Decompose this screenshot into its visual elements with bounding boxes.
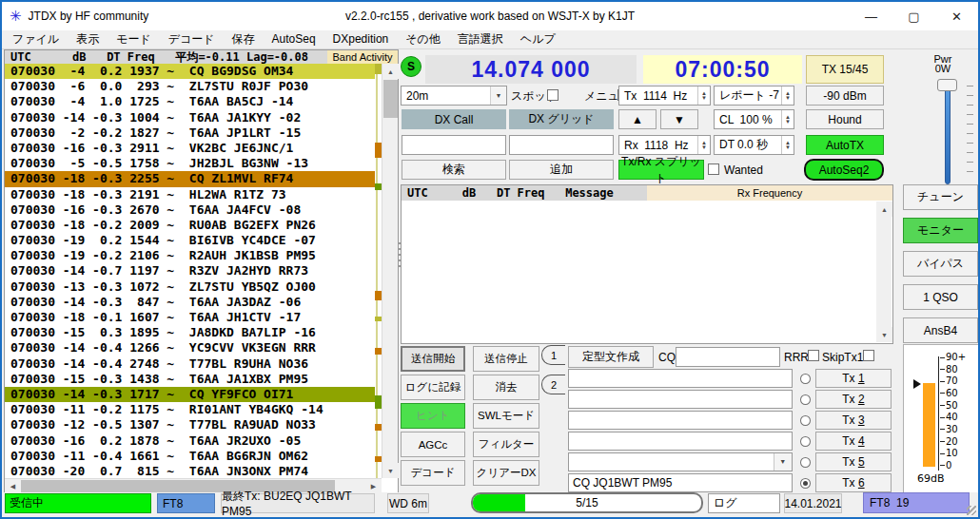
tx-control-button[interactable]: デコード	[401, 460, 465, 486]
tx-message-field[interactable]: ▼	[568, 432, 793, 451]
spinner-arrows-icon[interactable]: ▲▼	[781, 136, 794, 154]
resize-grip[interactable]	[967, 506, 976, 515]
tx-control-button[interactable]: フィルター	[473, 432, 539, 457]
menu-item[interactable]: モード	[108, 30, 160, 48]
tx-send-button[interactable]: Tx 6	[815, 473, 892, 492]
tx-message-field[interactable]: ▼	[568, 369, 793, 388]
hound-button[interactable]: Hound	[806, 109, 884, 129]
wanted-checkbox[interactable]	[708, 163, 719, 175]
spot-checkbox[interactable]	[547, 89, 559, 101]
vscroll-thumb[interactable]	[383, 80, 398, 118]
decode-row[interactable]: 070030 -12 -0.5 1307 ~ T77BL RA9UAD NO33	[5, 417, 375, 432]
scroll-up-icon[interactable]: ▲	[382, 64, 399, 79]
rx-offset-spinner[interactable]: Rx 1118 Hz▲▼	[618, 135, 711, 155]
pwr-slider-track[interactable]	[945, 80, 951, 184]
tx-select-radio[interactable]	[800, 457, 811, 468]
decode-row[interactable]: 070030 -20 0.7 815 ~ T6AA JN3ONX PM74	[5, 464, 375, 478]
pwr-slider-handle[interactable]	[937, 79, 957, 91]
decode-row[interactable]: 070030 -15 -0.3 1438 ~ T6AA JA1XBX PM95	[5, 372, 375, 387]
close-button[interactable]: ✕	[935, 2, 978, 30]
decode-row[interactable]: 070030 -5 -0.5 1758 ~ JH2BJL BG3NW -13	[5, 156, 375, 171]
cl-spinner[interactable]: CL 100 %▲▼	[714, 109, 794, 129]
decode-row[interactable]: 070030 -11 -0.2 1175 ~ RI01ANT YB4GKQ -1…	[5, 402, 375, 417]
right-panel-button[interactable]: 1 QSO	[903, 284, 978, 310]
scroll-down-icon[interactable]: ▼	[382, 463, 399, 478]
decode-row[interactable]: 070030 -11 -0.4 1661 ~ T6AA BG6RJN OM62	[5, 449, 375, 464]
decode-row[interactable]: 070030 -18 -0.2 2009 ~ RU0AB BG2EFX PN26	[5, 218, 375, 233]
decode-row[interactable]: 070030 -18 -0.3 2255 ~ CQ ZL1MVL RF74	[5, 171, 375, 186]
decode-row[interactable]: 070030 -15 0.3 1895 ~ JA8DKD BA7LIP -16	[5, 325, 375, 340]
tx-control-button[interactable]: クリアーDX	[473, 460, 539, 486]
tx-control-button[interactable]: 送信開始	[401, 346, 465, 372]
decode-row[interactable]: 070030 -4 1.0 1725 ~ T6AA BA5CJ -14	[5, 94, 375, 109]
dbm-button[interactable]: -90 dBm	[806, 86, 884, 106]
spinner-arrows-icon[interactable]: ▲▼	[697, 86, 710, 105]
tx-send-button[interactable]: Tx 4	[815, 432, 892, 451]
report-spinner[interactable]: レポート -7▲▼	[714, 86, 794, 106]
search-button[interactable]: 検索	[402, 160, 506, 180]
rx-frequency-vscrollbar[interactable]: ▲ ▼	[876, 202, 892, 342]
band-activity-vscrollbar[interactable]: ▲ ▼	[382, 64, 398, 478]
tx-control-button[interactable]: SWLモード	[473, 403, 539, 429]
skiptx1-checkbox[interactable]	[863, 350, 874, 361]
title-bar[interactable]: ✳ JTDX by HF community v2.2.0-rc155 , de…	[2, 2, 978, 30]
tx-message-field[interactable]: ▼	[568, 411, 793, 430]
spinner-arrows-icon[interactable]: ▲▼	[781, 110, 794, 128]
tx-select-radio[interactable]	[800, 478, 811, 489]
dx-grid-input[interactable]	[509, 135, 614, 155]
decode-row[interactable]: 070030 -14 -0.7 1197 ~ R3ZV JA2HYD RR73	[5, 263, 375, 279]
decode-row[interactable]: 070030 -19 -0.2 2106 ~ R2AUH JK1BSB PM95	[5, 248, 375, 263]
txrx-split-button[interactable]: Tx/Rx スプリット	[618, 160, 704, 180]
tx-message-field[interactable]: ▼	[568, 390, 793, 409]
menu-item[interactable]: 言語選択	[449, 30, 512, 48]
tx-message-field[interactable]: ▼	[568, 452, 793, 471]
scroll-up-icon[interactable]: ▲	[876, 202, 892, 217]
tx-control-button[interactable]: ログに記録	[401, 375, 465, 400]
decode-row[interactable]: 070030 -14 -0.3 1004 ~ T6AA JA1KYY -02	[5, 110, 375, 125]
message-set-tab-2[interactable]: 2	[541, 375, 565, 394]
menu-item[interactable]: ファイル	[4, 30, 68, 48]
scroll-down-icon[interactable]: ▼	[876, 327, 892, 342]
right-panel-button[interactable]: チューン	[903, 184, 978, 210]
cq-input[interactable]	[676, 347, 780, 367]
menu-item[interactable]: 表示	[68, 30, 108, 48]
maximize-button[interactable]: ▢	[892, 2, 935, 30]
right-panel-button[interactable]: バイパス	[903, 251, 978, 277]
decode-row[interactable]: 070030 -14 -0.3 847 ~ T6AA JA3DAZ -06	[5, 295, 375, 310]
right-panel-button[interactable]: モニター	[903, 218, 978, 243]
decode-row[interactable]: 070030 -14 -0.4 2748 ~ T77BL R9UHA NO36	[5, 356, 375, 372]
decode-row[interactable]: 070030 -2 -0.2 1827 ~ T6AA JP1LRT -15	[5, 125, 375, 141]
tx-message-field[interactable]: CQ JQ1BWT PM95▼	[568, 473, 793, 492]
rx-frequency-list[interactable]: ▲ ▼	[402, 201, 892, 343]
spot-s-button[interactable]: S	[401, 56, 421, 77]
tx-send-button[interactable]: Tx 5	[815, 452, 892, 471]
tx-send-button[interactable]: Tx 3	[815, 411, 892, 430]
decode-row[interactable]: 070030 -16 -0.3 2911 ~ VK2BC JE6JNC/1	[5, 141, 375, 156]
chevron-down-icon[interactable]: ▼	[774, 453, 792, 471]
rrr-checkbox[interactable]	[808, 350, 819, 361]
tx-select-radio[interactable]	[800, 374, 811, 384]
spinner-arrows-icon[interactable]: ▲▼	[697, 136, 710, 154]
menu-item[interactable]: その他	[397, 30, 449, 48]
log-field[interactable]: ログ	[708, 493, 780, 513]
decode-row[interactable]: 070030 -14 -0.4 1266 ~ YC9CVV VK3EGN RRR	[5, 340, 375, 356]
tx-control-button[interactable]: ヒント	[401, 403, 465, 429]
macro-button[interactable]: 定型文作成	[568, 346, 654, 368]
autotx-button[interactable]: AutoTX	[806, 135, 884, 155]
message-set-tab-1[interactable]: 1	[541, 345, 565, 365]
tx-control-button[interactable]: 送信停止	[473, 346, 539, 372]
band-selector[interactable]: 20m▼	[401, 86, 507, 106]
autoseq-button[interactable]: AutoSeq2	[804, 159, 884, 181]
dt-spinner[interactable]: DT 0.0 秒▲▼	[714, 135, 794, 155]
menu-item[interactable]: AutoSeq	[264, 30, 324, 48]
freq-up-button[interactable]: ▲	[618, 109, 657, 129]
add-button[interactable]: 追加	[509, 160, 614, 180]
tx-select-radio[interactable]	[800, 394, 811, 405]
decode-row[interactable]: 070030 -14 -0.3 1717 ~ CQ YF9FCO OI71	[5, 387, 375, 402]
right-panel-button[interactable]: AnsB4	[903, 317, 978, 343]
tx-control-button[interactable]: AGCc	[401, 432, 465, 457]
dx-call-input[interactable]	[402, 135, 506, 155]
tx-send-button[interactable]: Tx 2	[815, 390, 892, 409]
minimize-button[interactable]: —	[850, 2, 892, 30]
decode-row[interactable]: 070030 -16 0.2 1878 ~ T6AA JR2UXO -05	[5, 433, 375, 449]
